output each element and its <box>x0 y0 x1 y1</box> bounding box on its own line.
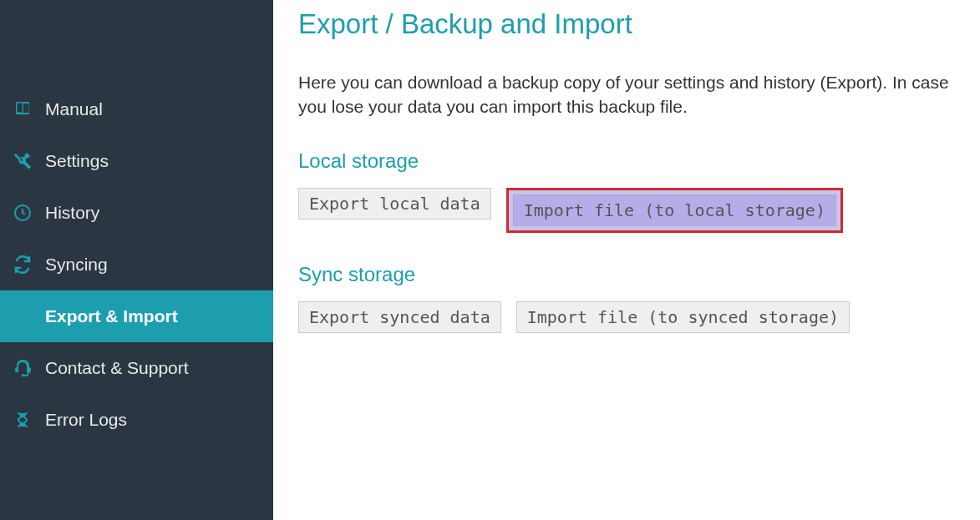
sidebar-item-label: Contact & Support <box>45 358 189 378</box>
main-content: Export / Backup and Import Here you can … <box>273 0 980 520</box>
sidebar-item-syncing[interactable]: Syncing <box>0 239 273 290</box>
sidebar-item-label: History <box>45 203 99 223</box>
export-local-data-button[interactable]: Export local data <box>298 188 491 220</box>
highlight-box: Import file (to local storage) <box>506 188 843 233</box>
sidebar-item-label: Manual <box>45 99 103 119</box>
sidebar-item-label: Settings <box>45 151 109 171</box>
sidebar-item-label: Syncing <box>45 255 108 275</box>
clock-icon <box>12 202 33 224</box>
button-row: Export synced data Import file (to synce… <box>298 301 955 333</box>
dna-icon <box>12 409 33 431</box>
book-icon <box>12 98 33 120</box>
support-icon <box>12 357 33 379</box>
sidebar-item-contact-support[interactable]: Contact & Support <box>0 342 273 394</box>
import-local-file-button[interactable]: Import file (to local storage) <box>513 194 836 226</box>
sidebar-item-export-import[interactable]: Export & Import <box>0 290 273 342</box>
sidebar-item-error-logs[interactable]: Error Logs <box>0 394 273 446</box>
section-heading-local-storage: Local storage <box>298 149 955 173</box>
sidebar: Manual Settings History Syncing Export &… <box>0 0 273 520</box>
page-title: Export / Backup and Import <box>298 8 955 40</box>
button-row: Export local data Import file (to local … <box>298 188 955 233</box>
sync-icon <box>12 254 33 275</box>
tools-icon <box>12 150 33 172</box>
export-synced-data-button[interactable]: Export synced data <box>298 301 501 333</box>
sidebar-item-manual[interactable]: Manual <box>0 83 273 135</box>
sidebar-item-history[interactable]: History <box>0 187 273 239</box>
sidebar-item-label: Export & Import <box>45 306 178 326</box>
sidebar-item-settings[interactable]: Settings <box>0 135 273 187</box>
section-heading-sync-storage: Sync storage <box>298 263 955 286</box>
import-synced-file-button[interactable]: Import file (to synced storage) <box>516 301 850 333</box>
intro-text: Here you can download a backup copy of y… <box>298 70 955 119</box>
sidebar-item-label: Error Logs <box>45 410 127 430</box>
